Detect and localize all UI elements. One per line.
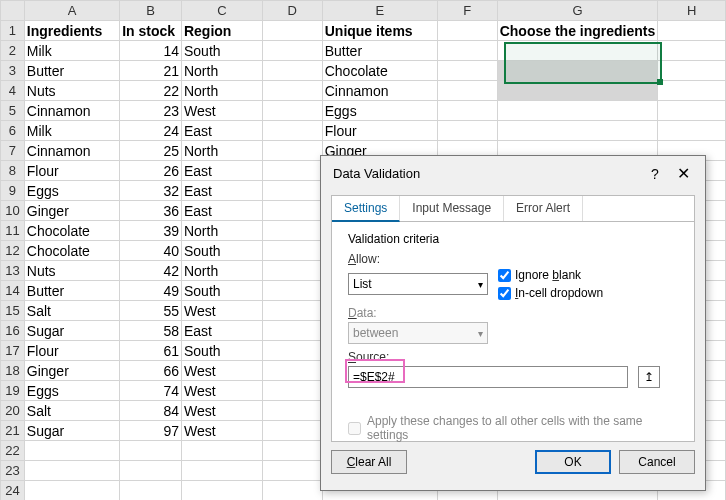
cell-C1[interactable]: Region xyxy=(181,21,262,41)
row-header-9[interactable]: 9 xyxy=(1,181,25,201)
cell-C24[interactable] xyxy=(181,481,262,501)
cell-D15[interactable] xyxy=(262,301,322,321)
cell-B15[interactable]: 55 xyxy=(120,301,182,321)
cell-A17[interactable]: Flour xyxy=(24,341,119,361)
row-header-2[interactable]: 2 xyxy=(1,41,25,61)
row-header-7[interactable]: 7 xyxy=(1,141,25,161)
cell-D8[interactable] xyxy=(262,161,322,181)
cell-A24[interactable] xyxy=(24,481,119,501)
row-header-5[interactable]: 5 xyxy=(1,101,25,121)
range-select-button[interactable]: ↥ xyxy=(638,366,660,388)
cell-B19[interactable]: 74 xyxy=(120,381,182,401)
cell-C14[interactable]: South xyxy=(181,281,262,301)
close-button[interactable]: ✕ xyxy=(669,164,697,183)
allow-combobox[interactable]: List ▾ xyxy=(348,273,488,295)
source-input[interactable]: =$E$2# xyxy=(348,366,628,388)
cell-D17[interactable] xyxy=(262,341,322,361)
row-header-17[interactable]: 17 xyxy=(1,341,25,361)
cell-B16[interactable]: 58 xyxy=(120,321,182,341)
cell-D11[interactable] xyxy=(262,221,322,241)
cell-C6[interactable]: East xyxy=(181,121,262,141)
cell-C9[interactable]: East xyxy=(181,181,262,201)
cell-D18[interactable] xyxy=(262,361,322,381)
cell-E4[interactable]: Cinnamon xyxy=(322,81,437,101)
cancel-button[interactable]: Cancel xyxy=(619,450,695,474)
cell-D9[interactable] xyxy=(262,181,322,201)
cell-C12[interactable]: South xyxy=(181,241,262,261)
cell-A18[interactable]: Ginger xyxy=(24,361,119,381)
row-header-8[interactable]: 8 xyxy=(1,161,25,181)
tab-error-alert[interactable]: Error Alert xyxy=(504,196,583,221)
cell-G2[interactable] xyxy=(497,41,658,61)
cell-H3[interactable] xyxy=(658,61,726,81)
cell-C13[interactable]: North xyxy=(181,261,262,281)
cell-D22[interactable] xyxy=(262,441,322,461)
row-header-13[interactable]: 13 xyxy=(1,261,25,281)
cell-D24[interactable] xyxy=(262,481,322,501)
cell-C15[interactable]: West xyxy=(181,301,262,321)
cell-C3[interactable]: North xyxy=(181,61,262,81)
cell-D2[interactable] xyxy=(262,41,322,61)
cell-B6[interactable]: 24 xyxy=(120,121,182,141)
row-header-1[interactable]: 1 xyxy=(1,21,25,41)
cell-B11[interactable]: 39 xyxy=(120,221,182,241)
cell-B23[interactable] xyxy=(120,461,182,481)
cell-H1[interactable] xyxy=(658,21,726,41)
cell-A8[interactable]: Flour xyxy=(24,161,119,181)
col-header-D[interactable]: D xyxy=(262,1,322,21)
cell-D1[interactable] xyxy=(262,21,322,41)
cell-C17[interactable]: South xyxy=(181,341,262,361)
cell-C18[interactable]: West xyxy=(181,361,262,381)
cell-C2[interactable]: South xyxy=(181,41,262,61)
cell-B4[interactable]: 22 xyxy=(120,81,182,101)
cell-A5[interactable]: Cinnamon xyxy=(24,101,119,121)
cell-B14[interactable]: 49 xyxy=(120,281,182,301)
cell-D10[interactable] xyxy=(262,201,322,221)
cell-A11[interactable]: Chocolate xyxy=(24,221,119,241)
cell-D20[interactable] xyxy=(262,401,322,421)
row-header-23[interactable]: 23 xyxy=(1,461,25,481)
col-header-F[interactable]: F xyxy=(437,1,497,21)
incell-dropdown-checkbox[interactable]: In-cell dropdown xyxy=(498,286,603,300)
cell-A1[interactable]: Ingredients xyxy=(24,21,119,41)
cell-C5[interactable]: West xyxy=(181,101,262,121)
cell-A15[interactable]: Salt xyxy=(24,301,119,321)
clear-all-button[interactable]: Clear All xyxy=(331,450,407,474)
cell-B21[interactable]: 97 xyxy=(120,421,182,441)
cell-C8[interactable]: East xyxy=(181,161,262,181)
cell-A16[interactable]: Sugar xyxy=(24,321,119,341)
cell-A12[interactable]: Chocolate xyxy=(24,241,119,261)
row-header-22[interactable]: 22 xyxy=(1,441,25,461)
cell-A14[interactable]: Butter xyxy=(24,281,119,301)
cell-G6[interactable] xyxy=(497,121,658,141)
cell-E5[interactable]: Eggs xyxy=(322,101,437,121)
row-header-4[interactable]: 4 xyxy=(1,81,25,101)
cell-B10[interactable]: 36 xyxy=(120,201,182,221)
cell-D7[interactable] xyxy=(262,141,322,161)
cell-F3[interactable] xyxy=(437,61,497,81)
cell-E2[interactable]: Butter xyxy=(322,41,437,61)
cell-A19[interactable]: Eggs xyxy=(24,381,119,401)
cell-F5[interactable] xyxy=(437,101,497,121)
col-header-E[interactable]: E xyxy=(322,1,437,21)
col-header-B[interactable]: B xyxy=(120,1,182,21)
cell-B2[interactable]: 14 xyxy=(120,41,182,61)
row-header-6[interactable]: 6 xyxy=(1,121,25,141)
row-header-11[interactable]: 11 xyxy=(1,221,25,241)
row-header-3[interactable]: 3 xyxy=(1,61,25,81)
cell-E6[interactable]: Flour xyxy=(322,121,437,141)
select-all-cell[interactable] xyxy=(1,1,25,21)
cell-C21[interactable]: West xyxy=(181,421,262,441)
cell-C4[interactable]: North xyxy=(181,81,262,101)
cell-B13[interactable]: 42 xyxy=(120,261,182,281)
cell-A7[interactable]: Cinnamon xyxy=(24,141,119,161)
cell-C20[interactable]: West xyxy=(181,401,262,421)
cell-B7[interactable]: 25 xyxy=(120,141,182,161)
cell-G1[interactable]: Choose the ingredients xyxy=(497,21,658,41)
cell-D21[interactable] xyxy=(262,421,322,441)
row-header-16[interactable]: 16 xyxy=(1,321,25,341)
cell-D16[interactable] xyxy=(262,321,322,341)
cell-H4[interactable] xyxy=(658,81,726,101)
cell-C7[interactable]: North xyxy=(181,141,262,161)
cell-C16[interactable]: East xyxy=(181,321,262,341)
